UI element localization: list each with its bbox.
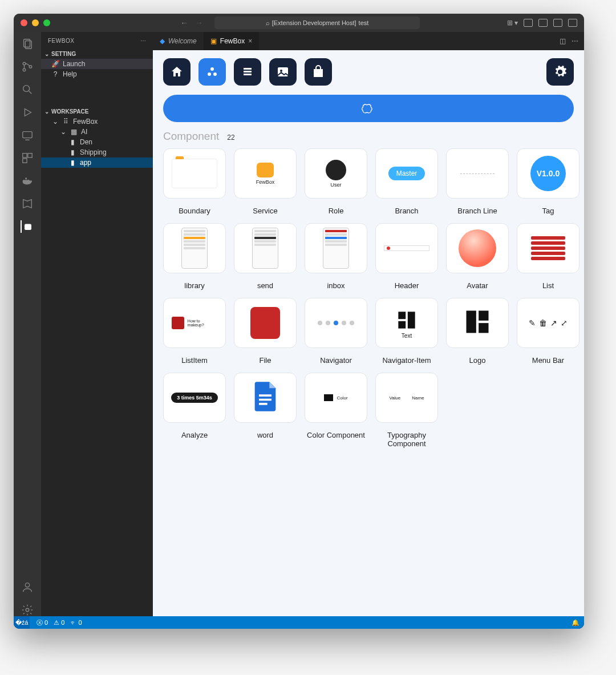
svg-point-18 — [208, 72, 211, 76]
command-center[interactable]: ⌕ [Extension Development Host] test — [214, 17, 420, 29]
chevron-down-icon: ⌄ — [44, 108, 49, 115]
list-button[interactable] — [234, 58, 261, 86]
close-window-button[interactable] — [21, 19, 27, 26]
section-setting[interactable]: ⌄ SETTING — [41, 49, 153, 59]
file-icon: ▮ — [68, 159, 76, 167]
component-navigator[interactable]: Navigator — [305, 298, 367, 365]
component-menu-bar[interactable]: ✎🗑↗⤢Menu Bar — [517, 298, 579, 365]
source-control-icon[interactable] — [21, 60, 34, 73]
ai-banner[interactable] — [163, 95, 574, 122]
tree-fewbox[interactable]: ⌄ ⠿ FewBox — [41, 116, 153, 127]
ports-indicator[interactable]: ᯤ 0 — [70, 619, 82, 626]
component-listitem[interactable]: How to makeup?ListItem — [163, 298, 226, 365]
traffic-lights — [21, 19, 50, 26]
group-icon: ⠿ — [62, 118, 70, 126]
copilot-icon[interactable]: ⊞ ▾ — [507, 19, 518, 27]
component-list[interactable]: List — [517, 223, 579, 290]
warnings-indicator[interactable]: ⚠ 0 — [54, 619, 64, 627]
component-tag[interactable]: V1.0.0Tag — [517, 148, 579, 215]
svg-point-15 — [25, 583, 29, 587]
home-button[interactable] — [163, 58, 191, 86]
component-send[interactable]: send — [234, 223, 297, 290]
svg-rect-27 — [479, 323, 488, 333]
component-analyze[interactable]: 3 times 5m34sAnalyze — [163, 373, 226, 448]
split-editor-icon[interactable]: ◫ — [560, 37, 566, 45]
account-icon[interactable] — [21, 581, 34, 593]
component-inbox[interactable]: inbox — [305, 223, 367, 290]
remote-icon: �źá — [15, 619, 29, 627]
components-button[interactable] — [198, 58, 226, 86]
explorer-icon[interactable] — [21, 38, 34, 50]
edit-icon: ✎ — [529, 318, 536, 328]
chevron-down-icon: ⌄ — [60, 128, 66, 136]
fewbox-icon[interactable] — [21, 220, 33, 233]
svg-rect-6 — [23, 132, 33, 138]
component-avatar[interactable]: Avatar — [446, 223, 509, 290]
tab-fewbox[interactable]: ▣ FewBox × — [204, 32, 259, 50]
component-branch-line[interactable]: Branch Line — [446, 148, 509, 215]
toggle-secondary-panel-icon[interactable] — [553, 19, 562, 27]
editor-area: ◆ Welcome ▣ FewBox × ◫ ⋯ — [153, 32, 584, 616]
tree-shipping[interactable]: ▮ Shipping — [41, 147, 153, 157]
component-branch[interactable]: MasterBranch — [375, 148, 438, 215]
component-typography[interactable]: ValueNameTypography Component — [375, 373, 438, 448]
tree-den[interactable]: ▮ Den — [41, 137, 153, 147]
tab-welcome[interactable]: ◆ Welcome — [153, 32, 204, 50]
svg-rect-14 — [25, 224, 31, 231]
component-service[interactable]: FewBoxService — [234, 148, 297, 215]
settings-button[interactable] — [546, 58, 574, 86]
section-title: Component — [163, 130, 219, 143]
sidebar-more-icon[interactable]: ⋯ — [140, 38, 147, 44]
toggle-sidebar-icon[interactable] — [568, 19, 577, 27]
settings-gear-icon[interactable] — [21, 604, 34, 616]
errors-indicator[interactable]: ⓧ 0 — [37, 619, 48, 627]
remote-indicator[interactable]: �źá — [14, 616, 30, 629]
svg-point-19 — [213, 72, 217, 76]
fewbox-panel: Component 22 Boundary FewBoxService User… — [153, 50, 584, 616]
chevron-down-icon: ⌄ — [52, 118, 58, 126]
layout-customize-icon[interactable] — [524, 19, 533, 27]
svg-point-5 — [23, 86, 30, 92]
setting-help[interactable]: ? Help — [41, 69, 153, 79]
search-icon: ⌕ — [266, 19, 270, 26]
component-word[interactable]: word — [234, 373, 297, 448]
titlebar: ← → ⌕ [Extension Development Host] test … — [14, 14, 584, 32]
component-grid: Boundary FewBoxService UserRole MasterBr… — [163, 148, 574, 448]
component-file[interactable]: File — [234, 298, 297, 365]
component-color[interactable]: ColorColor Component — [305, 373, 367, 448]
remote-explorer-icon[interactable] — [21, 129, 34, 142]
search-icon[interactable] — [21, 83, 34, 96]
svg-point-16 — [26, 608, 29, 612]
svg-rect-9 — [23, 159, 27, 163]
toggle-panel-icon[interactable] — [538, 19, 548, 27]
section-count: 22 — [227, 134, 234, 142]
component-role[interactable]: UserRole — [305, 148, 367, 215]
setting-launch[interactable]: 🚀 Launch — [41, 59, 153, 69]
brain-icon — [360, 102, 376, 115]
svg-rect-20 — [278, 67, 288, 76]
close-tab-icon[interactable]: × — [248, 37, 252, 45]
extensions-icon[interactable] — [21, 152, 34, 164]
minimize-window-button[interactable] — [32, 19, 39, 26]
run-debug-icon[interactable] — [21, 106, 34, 119]
editor-more-icon[interactable]: ⋯ — [572, 37, 578, 45]
tree-ai[interactable]: ⌄ ▦ AI — [41, 127, 153, 137]
fullscreen-window-button[interactable] — [43, 19, 50, 26]
book-icon[interactable] — [21, 197, 34, 210]
nav-back-icon[interactable]: ← — [180, 18, 188, 27]
docker-icon[interactable] — [21, 175, 34, 187]
fewbox-toolbar — [163, 58, 574, 86]
share-icon: ↗ — [550, 318, 557, 328]
section-workspace[interactable]: ⌄ WORKSPACE — [41, 107, 153, 116]
notifications-icon[interactable]: 🔔 — [572, 619, 579, 626]
tree-app[interactable]: ▮ app — [41, 157, 153, 168]
component-header[interactable]: Header — [375, 223, 438, 290]
component-navigator-item[interactable]: TextNavigator-Item — [375, 298, 438, 365]
nav-forward-icon[interactable]: → — [195, 18, 203, 27]
image-button[interactable] — [269, 58, 297, 86]
chevron-down-icon: ⌄ — [44, 51, 49, 57]
shop-button[interactable] — [305, 58, 332, 86]
component-boundary[interactable]: Boundary — [163, 148, 226, 215]
component-library[interactable]: library — [163, 223, 226, 290]
component-logo[interactable]: Logo — [446, 298, 509, 365]
